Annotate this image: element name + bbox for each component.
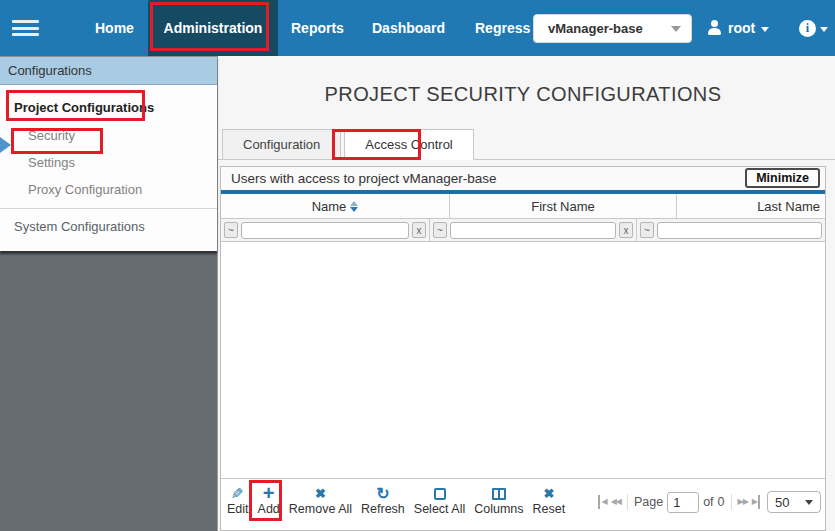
- filter-cell-name: ~ x: [221, 219, 430, 241]
- sidebar-header: Configurations: [0, 57, 217, 85]
- column-header-last-name[interactable]: Last Name: [677, 194, 825, 218]
- page-title: PROJECT SECURITY CONFIGURATIONS: [220, 83, 826, 106]
- project-selector-value: vManager-base: [548, 21, 671, 36]
- caret-down-icon: [761, 27, 769, 32]
- info-icon: i: [799, 20, 816, 37]
- select-all-button-label: Select All: [414, 502, 465, 516]
- tab-access-control[interactable]: Access Control: [344, 129, 473, 160]
- remove-all-button-label: Remove All: [289, 502, 352, 516]
- columns-icon: [492, 485, 506, 502]
- remove-icon: ✖: [315, 485, 326, 502]
- current-item-arrow-icon: [0, 137, 11, 153]
- nav-item-regressions[interactable]: Regressi: [475, 0, 531, 56]
- caret-down-icon: [820, 27, 828, 32]
- column-header-first-name-label: First Name: [531, 199, 595, 214]
- minimize-button[interactable]: Minimize: [745, 168, 820, 188]
- columns-button-label: Columns: [474, 502, 523, 516]
- page-size-value: 50: [775, 495, 789, 510]
- nav-item-reports[interactable]: Reports: [291, 0, 344, 56]
- filter-operator-button[interactable]: ~: [224, 222, 238, 238]
- previous-page-button[interactable]: ◀◀: [611, 495, 621, 509]
- filter-input-last-name[interactable]: [657, 222, 822, 239]
- tab-strip: Configuration Access Control: [218, 130, 835, 160]
- sidebar-item-settings[interactable]: Settings: [0, 149, 217, 176]
- filter-cell-last-name: ~: [637, 219, 825, 241]
- grid-empty-body[interactable]: [221, 242, 825, 478]
- plus-icon: +: [263, 485, 275, 502]
- total-pages: 0: [718, 495, 725, 509]
- column-header-name-label: Name: [312, 199, 347, 214]
- filter-operator-button[interactable]: ~: [433, 222, 447, 238]
- filter-input-name[interactable]: [241, 222, 409, 239]
- edit-button-label: Edit: [227, 502, 249, 516]
- grid-header-row: Name First Name Last Name: [221, 194, 825, 219]
- nav-item-home[interactable]: Home: [95, 0, 134, 56]
- grid-footer-toolbar: ✎ Edit + Add ✖ Remove All ↻ Refresh Sele…: [221, 478, 825, 530]
- refresh-button-label: Refresh: [361, 502, 405, 516]
- refresh-icon: ↻: [376, 485, 389, 502]
- column-header-name[interactable]: Name: [221, 194, 450, 218]
- page-number-input[interactable]: [667, 492, 699, 513]
- sort-icon: [350, 201, 358, 212]
- main-content: PROJECT SECURITY CONFIGURATIONS Configur…: [218, 56, 835, 531]
- configurations-menu-panel: Configurations Project Configurations Se…: [0, 56, 217, 251]
- reset-button-label: Reset: [533, 502, 566, 516]
- last-page-button[interactable]: ▶: [752, 495, 760, 509]
- pencil-icon: ✎: [231, 485, 244, 502]
- grid-titlebar: Users with access to project vManager-ba…: [221, 167, 825, 190]
- filter-operator-button[interactable]: ~: [640, 222, 654, 238]
- top-navbar: Home Administration Reports Dashboard Re…: [0, 0, 835, 56]
- grid-title: Users with access to project vManager-ba…: [231, 171, 497, 186]
- chevron-down-icon: [671, 26, 681, 32]
- chevron-down-icon: [805, 500, 813, 505]
- add-button-label: Add: [258, 502, 280, 516]
- user-icon: [707, 20, 722, 36]
- filter-clear-button[interactable]: x: [619, 222, 633, 238]
- user-menu[interactable]: root: [707, 0, 769, 56]
- nav-item-administration[interactable]: Administration: [148, 0, 278, 56]
- pager-divider: [731, 494, 732, 510]
- column-header-last-name-label: Last Name: [757, 199, 820, 214]
- page-size-dropdown[interactable]: 50: [767, 491, 821, 513]
- project-selector-dropdown[interactable]: vManager-base: [533, 14, 692, 43]
- sidebar-item-security[interactable]: Security: [0, 122, 217, 149]
- remove-all-button[interactable]: ✖ Remove All: [289, 485, 352, 516]
- of-label: of: [703, 495, 713, 509]
- reset-button[interactable]: ✖ Reset: [533, 485, 566, 516]
- sidebar-item-proxy-configuration[interactable]: Proxy Configuration: [0, 176, 217, 203]
- access-control-grid: Users with access to project vManager-ba…: [220, 166, 826, 531]
- sidebar-background: Configurations Project Configurations Se…: [0, 56, 218, 531]
- next-page-button[interactable]: ▶▶: [738, 495, 748, 509]
- info-menu[interactable]: i: [799, 0, 828, 56]
- pager-divider: [627, 494, 628, 510]
- reset-icon: ✖: [543, 485, 554, 502]
- nav-item-dashboard[interactable]: Dashboard: [372, 0, 445, 56]
- user-name: root: [728, 20, 755, 36]
- first-page-button[interactable]: ◀: [598, 495, 606, 509]
- sidebar-item-system-configurations[interactable]: System Configurations: [0, 209, 217, 243]
- refresh-button[interactable]: ↻ Refresh: [361, 485, 405, 516]
- page-label: Page: [634, 495, 663, 509]
- column-header-first-name[interactable]: First Name: [450, 194, 677, 218]
- columns-button[interactable]: Columns: [474, 485, 523, 516]
- hamburger-menu-icon[interactable]: [12, 20, 39, 36]
- select-all-icon: [434, 485, 446, 502]
- grid-filter-row: ~ x ~ x ~: [221, 219, 825, 242]
- add-button[interactable]: + Add: [258, 485, 280, 516]
- filter-clear-button[interactable]: x: [412, 222, 426, 238]
- edit-button[interactable]: ✎ Edit: [227, 485, 249, 516]
- sidebar-item-project-configurations[interactable]: Project Configurations: [0, 92, 217, 122]
- pagination-bar: ◀ ◀◀ Page of 0 ▶▶ ▶ 50: [598, 485, 821, 513]
- tab-configuration[interactable]: Configuration: [222, 129, 341, 159]
- filter-cell-first-name: ~ x: [430, 219, 637, 241]
- select-all-button[interactable]: Select All: [414, 485, 465, 516]
- filter-input-first-name[interactable]: [450, 222, 616, 239]
